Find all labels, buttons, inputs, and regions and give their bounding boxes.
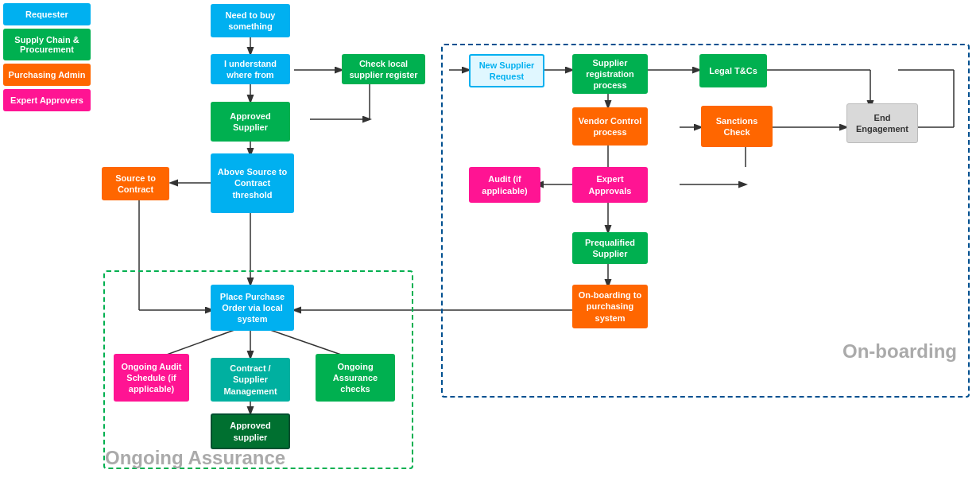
legend-supply-chain: Supply Chain & Procurement bbox=[3, 29, 91, 60]
i-understand-box: I understand where from bbox=[211, 54, 290, 84]
ongoing-assurance-label: Ongoing Assurance bbox=[105, 447, 285, 469]
legend-requester: Requester bbox=[3, 3, 91, 25]
diagram-container: Requester Supply Chain & Procurement Pur… bbox=[0, 0, 980, 489]
above-source-box: Above Source to Contract threshold bbox=[211, 153, 294, 213]
onboarding-label: On-boarding bbox=[842, 340, 957, 363]
source-to-contract-box: Source to Contract bbox=[102, 167, 169, 200]
legend-purchasing-admin: Purchasing Admin bbox=[3, 64, 91, 86]
legend-expert-approvers: Expert Approvers bbox=[3, 89, 91, 111]
ongoing-assurance-region bbox=[103, 270, 413, 469]
check-local-box: Check local supplier register bbox=[342, 54, 425, 84]
need-to-buy-box: Need to buy something bbox=[211, 4, 290, 37]
legend: Requester Supply Chain & Procurement Pur… bbox=[0, 0, 94, 114]
approved-supplier-top-box: Approved Supplier bbox=[211, 102, 290, 142]
